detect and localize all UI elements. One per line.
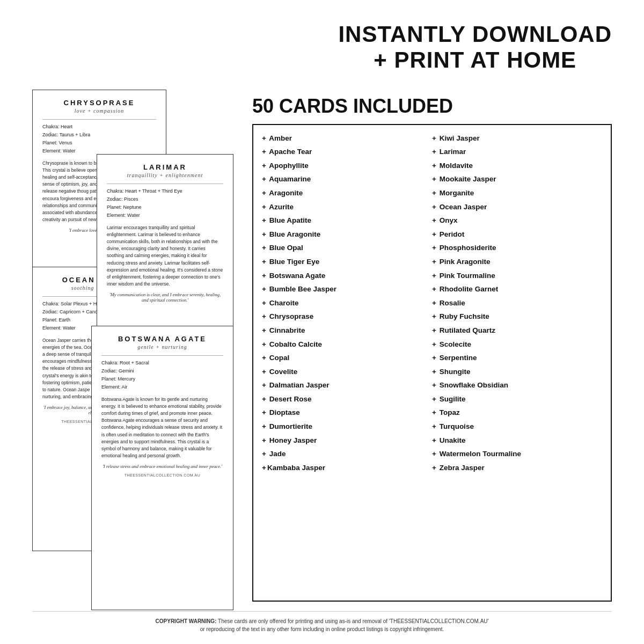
botswana-subtitle: gentle + nurturing bbox=[101, 344, 223, 350]
list-item: + Apache Tear bbox=[262, 145, 432, 159]
cards-list-grid: + Amber + Apache Tear + Apophyllite + Aq… bbox=[262, 131, 602, 475]
list-item: + Botswana Agate bbox=[262, 269, 432, 283]
cards-count-title: 50 CARDS INCLUDED bbox=[252, 95, 612, 118]
list-item: + Peridot bbox=[432, 228, 602, 241]
list-item: + Apophyllite bbox=[262, 159, 432, 173]
list-column-2: + Kiwi Jasper + Larimar + Moldavite + Mo… bbox=[432, 131, 602, 475]
larimar-subtitle: tranquillity + enlightenment bbox=[107, 172, 223, 178]
list-item: + Jade bbox=[262, 447, 432, 461]
list-item: + Aquamarine bbox=[262, 172, 432, 186]
larimar-affirmation: 'My communication is clear, and I embrac… bbox=[107, 292, 223, 303]
list-item: + Onyx bbox=[432, 214, 602, 228]
larimar-meta: Chakra: Heart + Throat + Third Eye Zodia… bbox=[107, 187, 223, 220]
larimar-title: LARIMAR bbox=[107, 163, 223, 171]
chrysoprase-meta: Chakra: Heart Zodiac: Taurus + Libra Pla… bbox=[42, 123, 156, 156]
list-item: + Pink Aragonite bbox=[432, 255, 602, 269]
botswana-website: THEESSENTIALCOLLECTION.COM.AU bbox=[101, 473, 223, 477]
list-item: + Azurite bbox=[262, 200, 432, 214]
list-item: + Honey Jasper bbox=[262, 434, 432, 448]
larimar-body: Larimar encourages tranquillity and spir… bbox=[107, 224, 223, 288]
list-column-1: + Amber + Apache Tear + Apophyllite + Aq… bbox=[262, 131, 432, 475]
list-item: + Cinnabrite bbox=[262, 324, 432, 338]
list-item: + Chrysoprase bbox=[262, 310, 432, 324]
list-item: + Ruby Fuchsite bbox=[432, 310, 602, 324]
copyright-text: COPYRIGHT WARNING: These cards are only … bbox=[32, 617, 612, 633]
card-botswana-agate: BOTSWANA AGATE gentle + nurturing Chakra… bbox=[91, 326, 233, 610]
list-item: + Pink Tourmaline bbox=[432, 269, 602, 283]
list-item: + Unakite bbox=[432, 434, 602, 448]
list-item: + Desert Rose bbox=[262, 392, 432, 406]
chrysoprase-title: CHRYSOPRASE bbox=[42, 99, 156, 107]
list-item: + Kiwi Jasper bbox=[432, 131, 602, 145]
cards-area: CHRYSOPRASE love + compassion Chakra: He… bbox=[32, 90, 236, 602]
list-item: + Ocean Jasper bbox=[432, 200, 602, 214]
list-item: + Mookaite Jasper bbox=[432, 172, 602, 186]
list-item: + Rhodolite Garnet bbox=[432, 282, 602, 296]
list-item: + Phosphosiderite bbox=[432, 241, 602, 255]
list-item: + Dumortierite bbox=[262, 420, 432, 434]
list-item: + Snowflake Obsidian bbox=[432, 378, 602, 392]
chrysoprase-subtitle: love + compassion bbox=[42, 108, 156, 114]
list-item: + Larimar bbox=[432, 145, 602, 159]
main-content: CHRYSOPRASE love + compassion Chakra: He… bbox=[32, 90, 612, 602]
list-item: + Zebra Jasper bbox=[432, 461, 602, 475]
right-area: 50 CARDS INCLUDED + Amber + Apache Tear … bbox=[252, 90, 612, 602]
list-item: + Rutilated Quartz bbox=[432, 324, 602, 338]
list-item: + Turquoise bbox=[432, 420, 602, 434]
botswana-title: BOTSWANA AGATE bbox=[101, 335, 223, 343]
cards-list-box: + Amber + Apache Tear + Apophyllite + Aq… bbox=[252, 124, 612, 602]
list-item: + Moldavite bbox=[432, 159, 602, 173]
list-item: + Rosalie bbox=[432, 296, 602, 310]
list-item: +Kambaba Jasper bbox=[262, 461, 432, 475]
botswana-body: Botswana Agate is known for its gentle a… bbox=[101, 396, 223, 460]
list-item: + Blue Opal bbox=[262, 241, 432, 255]
botswana-affirmation: 'I release stress and embrace emotional … bbox=[101, 464, 223, 469]
list-item: + Blue Apatite bbox=[262, 214, 432, 228]
botswana-meta: Chakra: Root + Sacral Zodiac: Gemini Pla… bbox=[101, 359, 223, 392]
list-item: + Blue Aragonite bbox=[262, 228, 432, 241]
list-item: + Dioptase bbox=[262, 406, 432, 420]
footer: COPYRIGHT WARNING: These cards are only … bbox=[32, 611, 612, 633]
list-item: + Morganite bbox=[432, 186, 602, 200]
list-item: + Topaz bbox=[432, 406, 602, 420]
list-item: + Aragonite bbox=[262, 186, 432, 200]
page-wrapper: INSTANTLY DOWNLOAD + PRINT AT HOME CHRYS… bbox=[0, 0, 644, 644]
list-item: + Amber bbox=[262, 131, 432, 145]
list-item: + Dalmatian Jasper bbox=[262, 378, 432, 392]
list-item: + Blue Tiger Eye bbox=[262, 255, 432, 269]
list-item: + Shungite bbox=[432, 365, 602, 379]
list-item: + Scolecite bbox=[432, 338, 602, 352]
list-item-bumble-bee-jasper: + Bumble Bee Jasper bbox=[262, 282, 432, 296]
header: INSTANTLY DOWNLOAD + PRINT AT HOME bbox=[338, 21, 612, 74]
list-item: + Cobalto Calcite bbox=[262, 338, 432, 352]
list-item: + Copal bbox=[262, 351, 432, 365]
list-item: + Sugilite bbox=[432, 392, 602, 406]
list-item: + Covelite bbox=[262, 365, 432, 379]
list-item: + Charoite bbox=[262, 296, 432, 310]
list-item: + Serpentine bbox=[432, 351, 602, 365]
header-title: INSTANTLY DOWNLOAD + PRINT AT HOME bbox=[338, 21, 612, 74]
list-item: + Watermelon Tourmaline bbox=[432, 447, 602, 461]
